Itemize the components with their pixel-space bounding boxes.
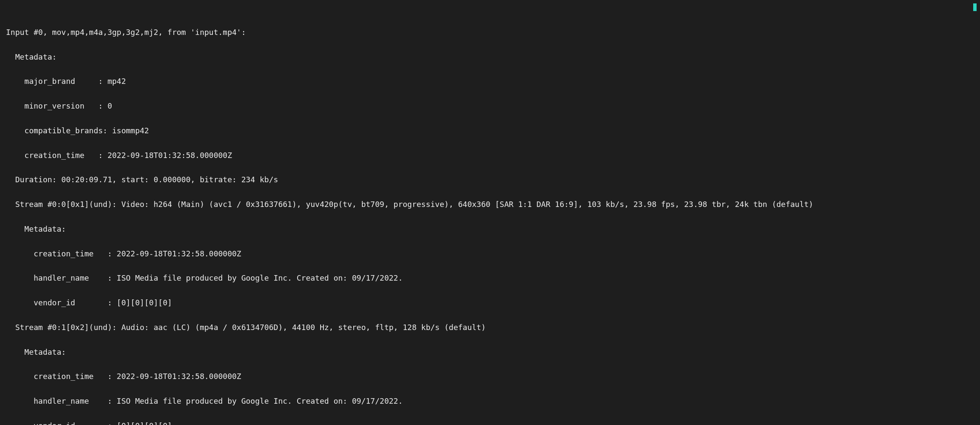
output-line: Metadata: bbox=[6, 348, 974, 356]
terminal-output[interactable]: Input #0, mov,mp4,m4a,3gp,3g2,mj2, from … bbox=[0, 0, 980, 425]
output-line: Duration: 00:20:09.71, start: 0.000000, … bbox=[6, 175, 974, 184]
scrollbar-indicator bbox=[973, 3, 977, 11]
output-line: creation_time : 2022-09-18T01:32:58.0000… bbox=[6, 151, 974, 159]
output-line: creation_time : 2022-09-18T01:32:58.0000… bbox=[6, 372, 974, 380]
output-line: Metadata: bbox=[6, 225, 974, 233]
output-line: handler_name : ISO Media file produced b… bbox=[6, 274, 974, 282]
output-line: Metadata: bbox=[6, 53, 974, 61]
output-line: Stream #0:0[0x1](und): Video: h264 (Main… bbox=[6, 200, 974, 208]
output-line: minor_version : 0 bbox=[6, 102, 974, 110]
output-line: vendor_id : [0][0][0][0] bbox=[6, 299, 974, 307]
output-line: vendor_id : [0][0][0][0] bbox=[6, 422, 974, 425]
output-line: major_brand : mp42 bbox=[6, 77, 974, 85]
output-line: creation_time : 2022-09-18T01:32:58.0000… bbox=[6, 250, 974, 258]
output-line: compatible_brands: isommp42 bbox=[6, 126, 974, 135]
output-line: handler_name : ISO Media file produced b… bbox=[6, 397, 974, 405]
output-line: Stream #0:1[0x2](und): Audio: aac (LC) (… bbox=[6, 323, 974, 331]
output-line: Input #0, mov,mp4,m4a,3gp,3g2,mj2, from … bbox=[6, 28, 974, 36]
